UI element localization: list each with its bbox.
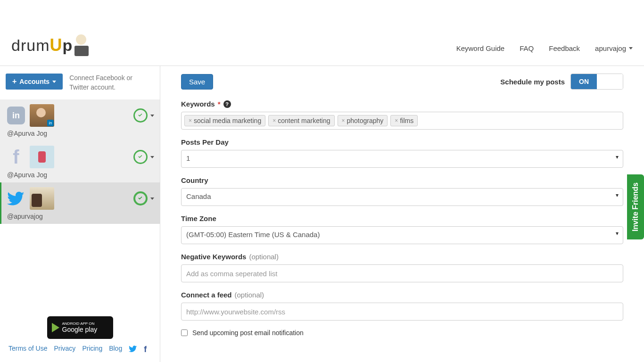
keywords-input[interactable]: ×social media marketing ×content marketi… bbox=[181, 112, 623, 130]
account-handle: @apurvajog bbox=[7, 213, 154, 220]
logo-text: drumUp bbox=[11, 35, 73, 55]
top-nav: Keyword Guide FAQ Feedback apurvajog bbox=[456, 44, 633, 56]
remove-tag-icon[interactable]: × bbox=[272, 117, 276, 124]
link-privacy[interactable]: Privacy bbox=[54, 345, 75, 354]
timezone-select[interactable]: (GMT-05:00) Eastern Time (US & Canada) bbox=[181, 226, 623, 244]
field-keywords: Keywords * ? ×social media marketing ×co… bbox=[181, 100, 623, 130]
remove-tag-icon[interactable]: × bbox=[395, 117, 398, 124]
invite-friends-tab[interactable]: Invite Friends bbox=[627, 174, 644, 239]
main-panel: Save Schedule my posts ON Keywords * ? ×… bbox=[160, 66, 644, 362]
google-play-text: ANDROID APP ON Google play bbox=[62, 322, 98, 333]
toggle-on-label: ON bbox=[571, 74, 597, 89]
caret-down-icon bbox=[150, 197, 154, 200]
account-item-twitter[interactable]: @apurvajog bbox=[0, 182, 160, 224]
schedule-toggle-wrap: Schedule my posts ON bbox=[500, 74, 623, 90]
logo[interactable]: drumUp bbox=[11, 34, 91, 56]
notify-row: Send upcoming post email notification bbox=[181, 329, 623, 337]
check-circle-icon bbox=[133, 191, 148, 206]
country-select[interactable]: Canada bbox=[181, 188, 623, 206]
avatar bbox=[30, 187, 54, 210]
keyword-tag[interactable]: ×social media marketing bbox=[184, 115, 265, 126]
country-label: Country bbox=[181, 176, 208, 184]
toggle-off-side bbox=[597, 74, 623, 89]
field-posts-per-day: Posts Per Day 1 bbox=[181, 138, 623, 168]
optional-label: (optional) bbox=[249, 253, 279, 261]
notify-label: Send upcoming post email notification bbox=[192, 329, 304, 337]
top-bar: drumUp Keyword Guide FAQ Feedback apurva… bbox=[0, 0, 644, 66]
footer-links: Terms of Use Privacy Pricing Blog f bbox=[8, 345, 152, 354]
nav-user-menu[interactable]: apurvajog bbox=[595, 44, 633, 52]
field-negative-keywords: Negative Keywords (optional) bbox=[181, 253, 623, 282]
connect-hint: Connect Facebook or Twitter account. bbox=[69, 74, 145, 92]
account-status-menu[interactable] bbox=[133, 191, 154, 206]
nav-feedback[interactable]: Feedback bbox=[549, 44, 580, 52]
field-timezone: Time Zone (GMT-05:00) Eastern Time (US &… bbox=[181, 214, 623, 244]
plus-icon: + bbox=[12, 77, 17, 86]
remove-tag-icon[interactable]: × bbox=[189, 117, 192, 124]
caret-down-icon bbox=[52, 81, 56, 83]
sidebar-top: + Accounts Connect Facebook or Twitter a… bbox=[0, 66, 160, 99]
account-status-menu[interactable] bbox=[133, 108, 154, 123]
link-pricing[interactable]: Pricing bbox=[82, 345, 102, 354]
notify-checkbox[interactable] bbox=[181, 329, 188, 336]
schedule-toggle[interactable]: ON bbox=[570, 74, 623, 90]
account-handle: @Apurva Jog bbox=[7, 171, 154, 179]
negative-keywords-input[interactable] bbox=[181, 264, 623, 282]
keywords-label: Keywords bbox=[181, 100, 215, 108]
save-button[interactable]: Save bbox=[181, 74, 213, 90]
twitter-icon bbox=[7, 189, 25, 207]
account-status-menu[interactable] bbox=[133, 150, 154, 164]
required-asterisk: * bbox=[218, 100, 221, 108]
account-item-linkedin[interactable]: in @Apurva Jog bbox=[0, 99, 160, 141]
avatar bbox=[30, 146, 54, 168]
remove-tag-icon[interactable]: × bbox=[342, 117, 345, 124]
nav-faq[interactable]: FAQ bbox=[520, 44, 534, 52]
google-play-badge[interactable]: ANDROID APP ON Google play bbox=[47, 316, 113, 339]
negative-keywords-label: Negative Keywords bbox=[181, 253, 246, 261]
feed-label: Connect a feed bbox=[181, 291, 232, 299]
keyword-tag[interactable]: ×photography bbox=[338, 115, 388, 126]
mascot-icon bbox=[74, 34, 91, 56]
caret-down-icon bbox=[629, 47, 633, 49]
caret-down-icon bbox=[150, 115, 154, 117]
play-icon bbox=[52, 323, 59, 332]
posts-per-day-label: Posts Per Day bbox=[181, 138, 229, 146]
linkedin-icon bbox=[7, 107, 25, 124]
help-icon[interactable]: ? bbox=[223, 100, 231, 108]
add-accounts-label: Accounts bbox=[19, 78, 50, 85]
footer-twitter-icon[interactable] bbox=[129, 345, 137, 354]
nav-keyword-guide[interactable]: Keyword Guide bbox=[456, 44, 505, 52]
sidebar-footer: ANDROID APP ON Google play Terms of Use … bbox=[0, 311, 160, 362]
nav-user-label: apurvajog bbox=[595, 44, 626, 52]
field-feed: Connect a feed (optional) bbox=[181, 291, 623, 321]
link-blog[interactable]: Blog bbox=[109, 345, 122, 354]
field-country: Country Canada bbox=[181, 176, 623, 206]
facebook-icon bbox=[7, 148, 25, 166]
timezone-label: Time Zone bbox=[181, 214, 216, 222]
account-item-facebook[interactable]: @Apurva Jog bbox=[0, 141, 160, 182]
avatar: in bbox=[30, 104, 54, 127]
account-handle: @Apurva Jog bbox=[7, 130, 154, 137]
schedule-label: Schedule my posts bbox=[500, 78, 565, 86]
feed-input[interactable] bbox=[181, 303, 623, 321]
keyword-tag[interactable]: ×content marketing bbox=[268, 115, 334, 126]
main-top-row: Save Schedule my posts ON bbox=[181, 74, 623, 90]
keyword-tag[interactable]: ×films bbox=[390, 115, 418, 126]
check-circle-icon bbox=[133, 150, 148, 164]
optional-label: (optional) bbox=[235, 291, 264, 299]
caret-down-icon bbox=[150, 156, 154, 158]
sidebar: + Accounts Connect Facebook or Twitter a… bbox=[0, 66, 160, 362]
posts-per-day-select[interactable]: 1 bbox=[181, 150, 623, 168]
add-accounts-button[interactable]: + Accounts bbox=[6, 74, 63, 90]
link-terms[interactable]: Terms of Use bbox=[8, 345, 47, 354]
footer-facebook-icon[interactable]: f bbox=[144, 345, 147, 354]
check-circle-icon bbox=[133, 108, 148, 123]
